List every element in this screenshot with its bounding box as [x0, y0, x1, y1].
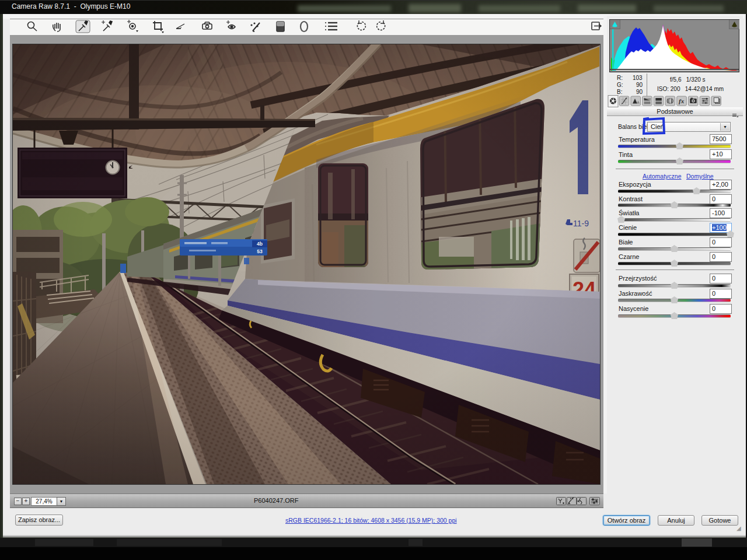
svg-text:fx: fx	[679, 97, 685, 104]
